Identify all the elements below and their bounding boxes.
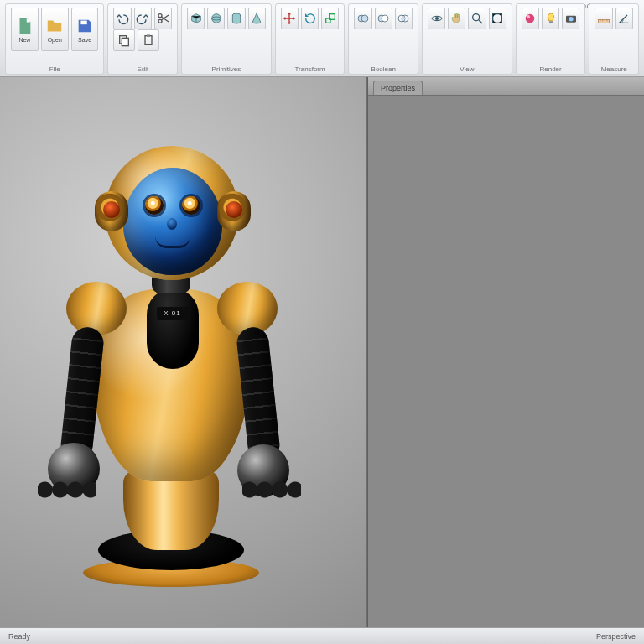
robot-arm-left [59, 325, 105, 462]
subtract-button[interactable] [375, 8, 392, 29]
cone-button[interactable] [248, 8, 266, 29]
svg-rect-0 [80, 20, 86, 24]
robot-shoulder-left [66, 282, 127, 335]
clipboard-icon [142, 34, 155, 47]
robot-ear-left [95, 191, 128, 231]
copy-button[interactable] [113, 29, 135, 51]
svg-rect-4 [122, 38, 129, 45]
tab-properties[interactable]: Properties [373, 80, 423, 95]
cylinder-icon [230, 12, 243, 25]
new-button[interactable]: New [11, 8, 39, 51]
ribbon-group-transform: Transform [275, 3, 345, 75]
scissors-icon [157, 12, 170, 25]
cube-icon [190, 12, 203, 25]
union-icon [356, 12, 370, 25]
render-button[interactable] [562, 8, 579, 29]
ribbon-group-boolean: Boolean [348, 3, 418, 75]
ribbon-group-render: Render [516, 3, 586, 75]
side-panel: Properties [367, 77, 644, 627]
group-caption: Measure [589, 65, 638, 73]
status-left: Ready [8, 632, 30, 641]
light-button[interactable] [542, 8, 559, 29]
group-caption: Render [517, 65, 585, 73]
hand-icon [450, 12, 464, 25]
redo-button[interactable] [134, 8, 152, 29]
group-caption: View [423, 65, 512, 73]
workspace: X 01 Properties [0, 77, 644, 627]
scale-icon [324, 12, 337, 25]
svg-rect-27 [598, 19, 609, 23]
svg-point-20 [473, 14, 480, 21]
sphere-button[interactable] [207, 8, 225, 29]
undo-icon [116, 12, 129, 25]
orbit-icon [430, 12, 444, 25]
angle-icon [617, 12, 631, 25]
subtract-icon [377, 12, 390, 25]
cut-button[interactable] [154, 8, 172, 29]
intersect-icon [397, 12, 410, 25]
undo-button[interactable] [113, 8, 131, 29]
cone-icon [250, 12, 263, 25]
robot-eye-right [182, 196, 200, 215]
robot-chest-badge: X 01 [157, 307, 189, 320]
intersect-button[interactable] [395, 8, 413, 29]
angle-button[interactable] [615, 8, 633, 29]
cylinder-button[interactable] [227, 8, 245, 29]
distance-button[interactable] [595, 8, 612, 29]
file-icon [15, 17, 34, 35]
robot-chest-slot [147, 288, 199, 369]
sphere-icon [210, 12, 223, 25]
open-button[interactable]: Open [41, 8, 69, 51]
new-label: New [18, 37, 30, 43]
svg-point-23 [527, 15, 530, 18]
zoom-button[interactable] [468, 8, 486, 29]
status-bar: Ready Perspective [0, 627, 644, 644]
move-button[interactable] [281, 8, 299, 29]
robot-model: X 01 [33, 117, 301, 587]
svg-rect-24 [549, 21, 553, 23]
ribbon-group-edit: Edit [107, 3, 178, 75]
ribbon-group-file: New Open Save File [5, 3, 104, 75]
save-button[interactable]: Save [71, 8, 99, 51]
robot-ear-right [217, 191, 251, 231]
camera-icon [564, 12, 578, 25]
robot-fingers-left [38, 473, 96, 506]
union-button[interactable] [354, 8, 371, 29]
model-viewport[interactable]: X 01 [0, 77, 367, 627]
scale-button[interactable] [321, 8, 339, 29]
group-caption: Transform [276, 65, 345, 73]
panel-tabstrip: Properties [368, 77, 644, 96]
redo-icon [136, 12, 149, 25]
robot-nose [167, 218, 177, 230]
ruler-icon [597, 12, 610, 25]
save-icon [75, 17, 94, 35]
save-label: Save [78, 37, 91, 43]
rotate-button[interactable] [301, 8, 319, 29]
ribbon-group-view: View [422, 3, 512, 75]
move-icon [283, 12, 296, 25]
box-button[interactable] [187, 8, 205, 29]
pan-button[interactable] [448, 8, 465, 29]
svg-rect-6 [147, 34, 150, 37]
ribbon-group-primitives: Primitives [181, 3, 272, 75]
fit-button[interactable] [489, 8, 506, 29]
group-caption: Edit [108, 65, 177, 73]
material-icon [523, 12, 537, 25]
folder-open-icon [45, 17, 64, 35]
orbit-button[interactable] [428, 8, 445, 29]
svg-point-13 [361, 15, 368, 22]
svg-point-7 [212, 14, 221, 23]
status-right: Perspective [596, 632, 636, 641]
fit-icon [491, 12, 504, 25]
robot-fingers-right [242, 473, 301, 506]
open-label: Open [48, 37, 62, 43]
lightbulb-icon [544, 12, 558, 25]
robot-arm-right [235, 325, 281, 462]
paste-button[interactable] [138, 29, 159, 51]
copy-icon [117, 34, 131, 47]
material-button[interactable] [522, 8, 539, 29]
group-caption: Primitives [182, 65, 271, 73]
group-caption: File [6, 65, 103, 73]
group-caption: Boolean [349, 65, 418, 73]
robot-eye-left [145, 196, 164, 215]
